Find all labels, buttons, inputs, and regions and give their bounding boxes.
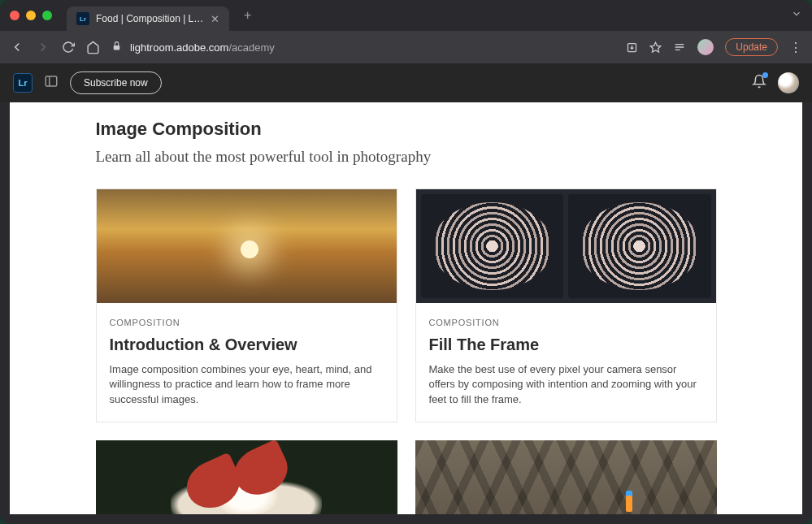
window-maximize-button[interactable] xyxy=(42,11,52,20)
new-tab-button[interactable]: + xyxy=(244,8,251,23)
window-close-button[interactable] xyxy=(10,11,20,20)
tab-close-icon[interactable]: ✕ xyxy=(211,13,219,25)
reload-button[interactable] xyxy=(62,41,75,54)
app-header: Lr Subscribe now xyxy=(0,63,812,102)
url-bar: lightroom.adobe.com/academy Update ⋮ xyxy=(0,31,812,63)
lesson-card[interactable]: COMPOSITION Fill The Frame Make the best… xyxy=(415,188,717,422)
card-category: COMPOSITION xyxy=(110,318,384,327)
lock-icon xyxy=(111,41,122,54)
reading-list-icon[interactable] xyxy=(673,41,686,54)
page-title: Image Composition xyxy=(96,119,717,140)
svg-marker-3 xyxy=(651,42,662,52)
notification-dot xyxy=(762,72,768,78)
lr-favicon: Lr xyxy=(76,12,89,25)
notifications-icon[interactable] xyxy=(752,74,766,92)
browser-menu-icon[interactable]: ⋮ xyxy=(789,40,802,55)
svg-rect-0 xyxy=(114,45,120,50)
subscribe-button[interactable]: Subscribe now xyxy=(70,71,162,94)
card-title: Introduction & Overview xyxy=(110,336,384,354)
tab-title: Food | Composition | Lightroom xyxy=(96,13,204,24)
card-thumbnail xyxy=(415,440,717,514)
update-button[interactable]: Update xyxy=(725,38,778,56)
lesson-card[interactable]: COMPOSITION Introduction & Overview Imag… xyxy=(96,188,397,422)
browser-window: Lr Food | Composition | Lightroom ✕ + li… xyxy=(0,0,812,524)
url-actions: Update ⋮ xyxy=(626,38,802,56)
forward-button[interactable] xyxy=(36,40,50,54)
browser-tab[interactable]: Lr Food | Composition | Lightroom ✕ xyxy=(67,6,229,31)
home-button[interactable] xyxy=(86,41,100,54)
card-description: Image composition combines your eye, hea… xyxy=(110,362,384,407)
title-bar: Lr Food | Composition | Lightroom ✕ + xyxy=(0,0,812,31)
bookmark-icon[interactable] xyxy=(649,41,662,54)
back-button[interactable] xyxy=(10,40,24,54)
lightroom-logo[interactable]: Lr xyxy=(13,73,33,93)
window-minimize-button[interactable] xyxy=(26,11,36,20)
address-field[interactable]: lightroom.adobe.com/academy xyxy=(111,41,614,54)
card-thumbnail xyxy=(416,189,716,303)
card-thumbnail xyxy=(97,189,397,303)
card-grid: COMPOSITION Introduction & Overview Imag… xyxy=(96,188,717,514)
svg-rect-7 xyxy=(46,76,57,86)
card-category: COMPOSITION xyxy=(429,318,703,327)
card-title: Fill The Frame xyxy=(429,336,703,354)
content-scroll[interactable]: Image Composition Learn all about the mo… xyxy=(10,102,802,514)
content-wrapper: Image Composition Learn all about the mo… xyxy=(0,102,812,524)
card-thumbnail xyxy=(96,440,397,514)
tabs-overflow-icon[interactable] xyxy=(791,8,802,23)
url-text: lightroom.adobe.com/academy xyxy=(130,41,275,54)
card-description: Make the best use of every pixel your ca… xyxy=(429,362,703,407)
profile-avatar[interactable] xyxy=(697,39,714,55)
window-controls xyxy=(10,11,52,20)
user-avatar[interactable] xyxy=(778,72,799,93)
side-panel-icon[interactable] xyxy=(44,74,59,92)
page-subtitle: Learn all about the most powerful tool i… xyxy=(96,148,717,166)
lesson-card[interactable] xyxy=(96,440,397,514)
lesson-card[interactable] xyxy=(415,440,717,514)
install-app-icon[interactable] xyxy=(626,41,638,54)
